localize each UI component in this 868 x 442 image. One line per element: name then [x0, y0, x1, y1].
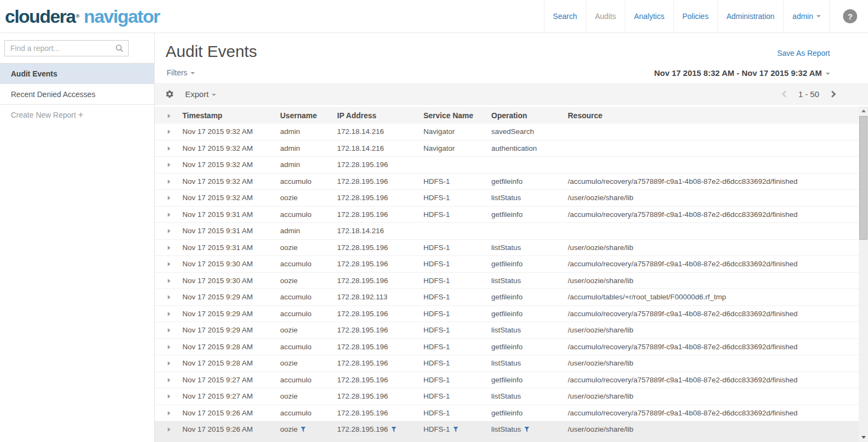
cell-resource: /accumulo/recovery/a757889f-c9a1-4b08-87… [568, 177, 859, 185]
table-row[interactable]: Nov 17 2015 9:32 AM oozie 172.28.195.196… [155, 190, 859, 207]
table-body: Nov 17 2015 9:32 AM admin 172.18.14.216 … [155, 124, 859, 438]
cell-service-name: HDFS-1 [423, 194, 491, 202]
table-row[interactable]: Nov 17 2015 9:31 AM oozie 172.28.195.196… [155, 240, 859, 257]
expand-row-icon[interactable] [168, 411, 170, 415]
prev-page-button[interactable] [782, 91, 789, 98]
expand-row-icon[interactable] [168, 229, 170, 233]
col-header-resource[interactable]: Resource [568, 111, 859, 120]
cell-timestamp: Nov 17 2015 9:32 AM [182, 194, 280, 202]
cell-username: accumulo [280, 343, 337, 351]
expand-row-icon[interactable] [168, 196, 170, 200]
expand-row-icon[interactable] [168, 427, 170, 432]
filter-icon[interactable] [453, 426, 458, 434]
vertical-scrollbar[interactable] [859, 106, 868, 442]
cell-service-name: HDFS-1 [423, 359, 491, 367]
table-row[interactable]: Nov 17 2015 9:31 AM accumulo 172.28.195.… [155, 207, 859, 223]
cell-username: admin [280, 127, 337, 136]
table-row[interactable]: Nov 17 2015 9:29 AM oozie 172.28.195.196… [155, 322, 859, 339]
table-row[interactable]: Nov 17 2015 9:31 AM admin 172.18.14.216 [155, 223, 859, 240]
expand-row-icon[interactable] [168, 130, 170, 134]
expand-row-icon[interactable] [168, 262, 170, 266]
table-bottom-clip [155, 438, 859, 442]
scroll-down-arrow[interactable] [859, 433, 868, 442]
expand-all-icon[interactable] [168, 114, 170, 118]
expand-row-icon[interactable] [168, 295, 170, 299]
cell-timestamp: Nov 17 2015 9:29 AM [182, 310, 280, 318]
table-row[interactable]: Nov 17 2015 9:26 AM oozie 172.28.195.196… [155, 421, 859, 438]
chevron-down-icon [191, 72, 195, 74]
cell-operation: getfileinfo [491, 260, 568, 268]
expand-row-icon[interactable] [168, 361, 170, 366]
table-row[interactable]: Nov 17 2015 9:32 AM accumulo 172.28.195.… [155, 174, 859, 190]
scrollbar-thumb[interactable] [859, 116, 867, 240]
next-page-button[interactable] [829, 91, 836, 98]
cell-timestamp: Nov 17 2015 9:30 AM [182, 260, 280, 268]
expand-row-icon[interactable] [168, 163, 170, 167]
cell-operation: listStatus [491, 359, 568, 367]
expand-row-icon[interactable] [168, 345, 170, 349]
cell-operation: getfileinfo [491, 177, 568, 185]
gear-icon[interactable] [165, 89, 174, 99]
expand-row-icon[interactable] [168, 279, 170, 283]
col-header-operation[interactable]: Operation [491, 111, 568, 120]
expand-row-icon[interactable] [168, 180, 170, 184]
cell-timestamp: Nov 17 2015 9:27 AM [182, 376, 280, 384]
table-row[interactable]: Nov 17 2015 9:32 AM admin 172.18.14.216 … [155, 124, 859, 140]
table-row[interactable]: Nov 17 2015 9:29 AM accumulo 172.28.195.… [155, 306, 859, 323]
cell-resource: /user/oozie/share/lib [568, 359, 859, 367]
top-nav: Search Audits Analytics Policies Adminis… [544, 0, 868, 33]
table-row[interactable]: Nov 17 2015 9:27 AM accumulo 172.28.195.… [155, 372, 859, 389]
cell-operation: getfileinfo [491, 343, 568, 351]
cloudera-navigator-logo[interactable]: cloudera® navigator [0, 0, 160, 33]
table-row[interactable]: Nov 17 2015 9:28 AM accumulo 172.28.195.… [155, 339, 859, 356]
cell-operation: authentication [491, 144, 568, 152]
date-range-label: Nov 17 2015 8:32 AM - Nov 17 2015 9:32 A… [654, 68, 822, 78]
search-input[interactable] [4, 40, 129, 56]
scroll-up-arrow[interactable] [859, 106, 868, 116]
nav-administration[interactable]: Administration [717, 0, 783, 33]
user-menu[interactable]: admin [783, 0, 829, 33]
col-header-service-name[interactable]: Service Name [423, 111, 491, 120]
nav-audits[interactable]: Audits [586, 0, 625, 33]
table-row[interactable]: Nov 17 2015 9:28 AM oozie 172.28.195.196… [155, 355, 859, 372]
filter-icon[interactable] [301, 426, 306, 434]
expand-row-icon[interactable] [168, 378, 170, 382]
cell-ip-address: 172.28.195.196 [337, 392, 423, 400]
nav-policies[interactable]: Policies [673, 0, 717, 33]
sidebar-item-audit-events[interactable]: Audit Events [0, 63, 154, 84]
create-new-report-button[interactable]: Create New Report+ [0, 105, 154, 125]
expand-row-icon[interactable] [168, 213, 170, 217]
date-range-picker[interactable]: Nov 17 2015 8:32 AM - Nov 17 2015 9:32 A… [654, 68, 830, 78]
nav-analytics[interactable]: Analytics [625, 0, 673, 33]
filters-dropdown[interactable]: Filters [167, 68, 195, 77]
col-header-ip-address[interactable]: IP Address [337, 111, 423, 120]
table-row[interactable]: Nov 17 2015 9:30 AM accumulo 172.28.195.… [155, 256, 859, 273]
cell-resource: /accumulo/recovery/a757889f-c9a1-4b08-87… [568, 310, 859, 318]
sidebar-item-recent-denied-accesses[interactable]: Recent Denied Accesses [0, 84, 154, 105]
nav-search[interactable]: Search [544, 0, 586, 33]
expand-row-icon[interactable] [168, 146, 170, 151]
expand-row-icon[interactable] [168, 328, 170, 332]
expand-row-icon[interactable] [168, 394, 170, 399]
export-label: Export [185, 89, 208, 99]
table-row[interactable]: Nov 17 2015 9:32 AM admin 172.28.195.196 [155, 157, 859, 174]
filters-label: Filters [167, 68, 187, 77]
table-row[interactable]: Nov 17 2015 9:29 AM accumulo 172.28.192.… [155, 289, 859, 306]
col-header-timestamp[interactable]: Timestamp [182, 111, 280, 120]
export-dropdown[interactable]: Export [185, 89, 216, 99]
cell-service-name: HDFS-1 [423, 376, 491, 384]
col-header-username[interactable]: Username [280, 111, 337, 120]
table-row[interactable]: Nov 17 2015 9:26 AM accumulo 172.28.195.… [155, 405, 859, 422]
filter-icon[interactable] [391, 426, 396, 434]
save-as-report-link[interactable]: Save As Report [777, 49, 830, 57]
expand-row-icon[interactable] [168, 312, 170, 316]
table-row[interactable]: Nov 17 2015 9:27 AM oozie 172.28.195.196… [155, 388, 859, 405]
table-row[interactable]: Nov 17 2015 9:30 AM oozie 172.28.195.196… [155, 273, 859, 290]
table-row[interactable]: Nov 17 2015 9:32 AM admin 172.18.14.216 … [155, 140, 859, 157]
user-menu-label: admin [793, 12, 813, 21]
filter-icon[interactable] [524, 426, 529, 434]
expand-row-icon[interactable] [168, 246, 170, 250]
cell-service-name: Navigator [423, 127, 491, 136]
help-icon[interactable]: ? [843, 9, 857, 23]
cell-ip-address: 172.28.192.113 [337, 293, 423, 301]
